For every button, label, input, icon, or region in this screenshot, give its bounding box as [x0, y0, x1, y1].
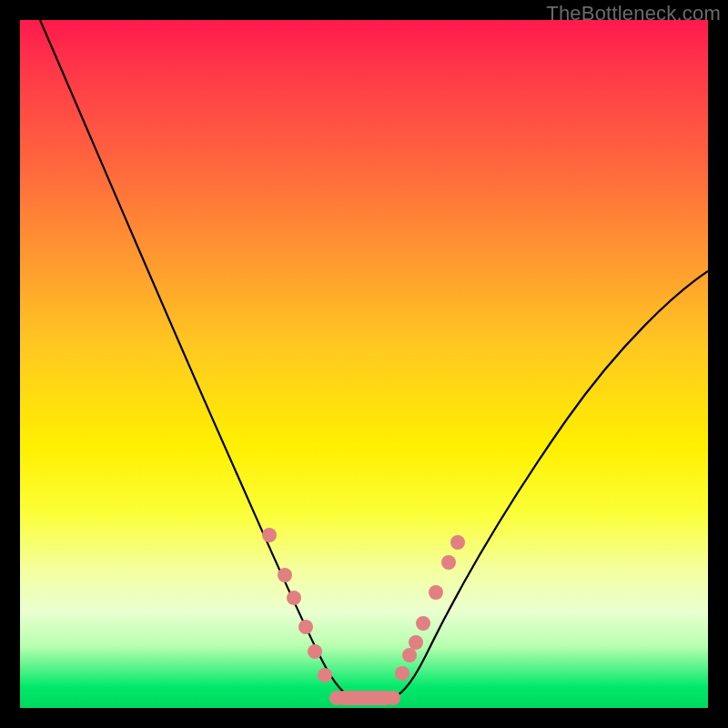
marker-dot [395, 666, 410, 681]
plot-area [20, 20, 708, 708]
marker-dot [409, 635, 423, 650]
marker-dot [429, 585, 443, 600]
marker-dot [308, 644, 322, 659]
marker-dot [386, 691, 400, 705]
marker-dot [318, 668, 332, 682]
marker-dot [278, 568, 292, 582]
marker-dot [402, 648, 417, 662]
marker-dot [450, 535, 465, 550]
bottleneck-curve [40, 20, 708, 701]
marker-dot [287, 591, 301, 605]
marker-dot [329, 691, 344, 705]
bottleneck-curve-svg [20, 20, 708, 708]
watermark-text: TheBottleneck.com [546, 2, 721, 25]
marker-dot [416, 616, 430, 631]
marker-dot [441, 555, 456, 570]
marker-dot [262, 528, 277, 542]
marker-dot [298, 620, 313, 634]
chart-frame: TheBottleneck.com [0, 0, 728, 728]
valley-marker [337, 691, 393, 705]
